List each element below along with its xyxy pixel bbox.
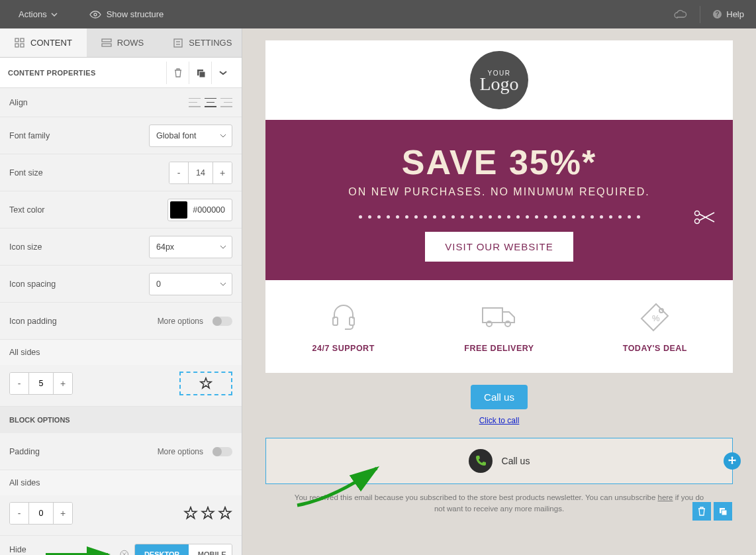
call-block-label: Call us	[502, 456, 530, 466]
truck-icon	[480, 301, 518, 330]
headline: SAVE 35%*	[285, 142, 713, 182]
svg-rect-30	[722, 510, 727, 515]
feature-label: 24/7 SUPPORT	[272, 344, 414, 353]
svg-rect-3	[15, 38, 19, 42]
reset-icon[interactable]	[120, 550, 128, 555]
tab-rows[interactable]: ROWS	[87, 28, 158, 57]
block-action-toolbar	[692, 502, 732, 521]
text-color-picker[interactable]: #000000	[167, 199, 232, 221]
help-icon: ?	[712, 9, 722, 19]
feature-support[interactable]: 24/7 SUPPORT	[265, 280, 421, 373]
footer-text: You received this email because you subs…	[265, 489, 733, 529]
delete-button[interactable]	[166, 62, 189, 84]
padding-stepper[interactable]: -0+	[9, 502, 73, 525]
star-icon	[201, 506, 215, 521]
svg-line-21	[699, 213, 714, 221]
unsubscribe-link[interactable]: here	[658, 493, 673, 501]
svg-point-0	[94, 13, 97, 16]
svg-text:?: ?	[716, 11, 720, 18]
block-delete-button[interactable]	[692, 502, 711, 521]
padding-label: Padding	[9, 447, 89, 456]
svg-rect-7	[102, 39, 111, 42]
trash-icon	[697, 506, 706, 517]
svg-point-19	[695, 219, 700, 223]
duplicate-button[interactable]	[189, 62, 211, 84]
feature-deal[interactable]: % TODAY'S DEAL	[577, 280, 733, 373]
more-options-label: More options	[158, 447, 203, 456]
feature-delivery[interactable]: FREE DELIVERY	[421, 280, 577, 373]
all-sides-label: All sides	[0, 340, 242, 365]
tab-settings[interactable]: SETTINGS	[158, 28, 246, 57]
click-to-call-link[interactable]: Click to call	[479, 416, 520, 425]
svg-rect-5	[15, 44, 19, 47]
star-icon	[183, 506, 198, 521]
actions-menu[interactable]: Actions	[19, 9, 58, 19]
font-family-select[interactable]: Global font	[149, 125, 232, 147]
phone-icon	[469, 449, 493, 473]
icon-spacing-label: Icon spacing	[9, 279, 89, 289]
color-swatch	[170, 201, 187, 219]
content-properties-title: CONTENT PROPERTIES	[8, 69, 96, 77]
text-color-label: Text color	[9, 205, 89, 215]
font-family-label: Font family	[9, 131, 89, 140]
align-center-button[interactable]	[205, 98, 216, 107]
hide-on-desktop[interactable]: DESKTOP	[135, 544, 189, 555]
banner-block[interactable]: SAVE 35%* ON NEW PURCHASES. NO MINUMUM R…	[265, 120, 733, 280]
actions-label: Actions	[19, 9, 47, 19]
decrease-button[interactable]: -	[10, 373, 28, 394]
help-button[interactable]: ? Help	[712, 9, 744, 19]
font-size-stepper[interactable]: -14+	[169, 162, 232, 184]
rows-icon	[101, 38, 112, 48]
show-structure-toggle[interactable]: Show structure	[89, 9, 164, 19]
selected-call-block[interactable]: Call us	[265, 438, 733, 484]
move-icon	[728, 456, 737, 466]
headset-icon	[328, 300, 359, 332]
call-us-button[interactable]: Call us	[471, 385, 528, 409]
hide-on-mobile[interactable]: MOBILE	[189, 544, 232, 555]
block-duplicate-button[interactable]	[714, 502, 732, 521]
font-size-label: Font size	[9, 168, 89, 177]
svg-text:%: %	[652, 313, 660, 323]
more-options-toggle[interactable]	[213, 317, 232, 326]
duplicate-icon	[195, 68, 206, 78]
logo-placeholder: YOUR Logo	[470, 51, 528, 109]
svg-rect-6	[21, 44, 24, 47]
svg-rect-4	[21, 38, 24, 42]
align-label: Align	[9, 98, 89, 107]
padding-preview	[179, 372, 232, 395]
align-right-button[interactable]	[220, 98, 232, 107]
move-handle[interactable]	[724, 452, 741, 470]
icon-spacing-select[interactable]: 0	[149, 273, 232, 295]
chevron-down-icon	[218, 70, 228, 76]
svg-rect-13	[199, 72, 205, 77]
cloud-icon[interactable]	[673, 9, 688, 20]
increase-button[interactable]: +	[54, 503, 72, 524]
all-sides-label-2: All sides	[0, 470, 242, 495]
svg-point-27	[659, 309, 663, 313]
align-left-button[interactable]	[189, 98, 201, 107]
all-sides-stepper[interactable]: -5+	[9, 372, 73, 395]
block-options-title: BLOCK OPTIONS	[0, 407, 242, 433]
subheadline: ON NEW PURCHASES. NO MINUMUM REQUIRED.	[285, 186, 713, 198]
help-label: Help	[726, 9, 744, 19]
trash-icon	[173, 68, 183, 78]
more-options-label: More options	[158, 317, 203, 326]
tab-content[interactable]: CONTENT	[0, 28, 87, 57]
decrease-button[interactable]: -	[169, 162, 188, 183]
scissors-icon	[693, 210, 716, 225]
icon-size-select[interactable]: 64px	[149, 236, 232, 258]
increase-button[interactable]: +	[54, 373, 72, 394]
email-preview: YOUR Logo SAVE 35%* ON NEW PURCHASES. NO…	[265, 40, 733, 529]
logo-area[interactable]: YOUR Logo	[265, 40, 733, 120]
decrease-button[interactable]: -	[10, 503, 28, 524]
svg-line-20	[699, 214, 714, 222]
settings-icon	[173, 38, 183, 48]
visit-website-button[interactable]: VISIT OUR WEBSITE	[425, 232, 573, 262]
block-preview	[183, 506, 232, 521]
grid-icon	[15, 38, 25, 48]
collapse-button[interactable]	[211, 62, 234, 84]
padding-more-toggle[interactable]	[213, 447, 232, 456]
annotation-arrow-2	[44, 546, 115, 555]
hide-on-segment[interactable]: DESKTOP MOBILE	[134, 544, 232, 555]
increase-button[interactable]: +	[213, 162, 232, 183]
